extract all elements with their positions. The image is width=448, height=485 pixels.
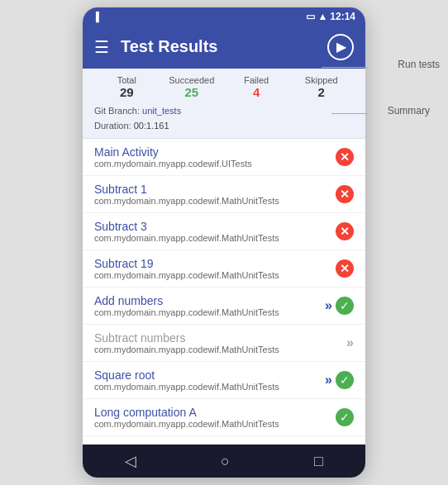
- test-name: Subtract 1: [94, 183, 336, 196]
- test-name: Main Activity: [94, 145, 336, 159]
- test-info: Long computation Acom.mydomain.myapp.cod…: [94, 406, 336, 429]
- status-bar: ▐ ▭ ▲ 12:14: [83, 7, 365, 26]
- test-info: Subtract 3com.mydomain.myapp.codewif.Mat…: [94, 220, 336, 243]
- stat-skipped: Skipped 2: [289, 75, 355, 99]
- test-package: com.mydomain.myapp.codewif.MathUnitTests: [94, 419, 336, 429]
- branch-value[interactable]: unit_tests: [142, 106, 181, 116]
- test-package: com.mydomain.myapp.codewif.MathUnitTests: [94, 233, 336, 243]
- fail-icon: ✕: [336, 259, 354, 278]
- outer-wrapper: ▐ ▭ ▲ 12:14 ☰ Test Results ▶ Total 29: [83, 7, 365, 478]
- time-display: 12:14: [330, 11, 355, 22]
- summary-bar: Total 29 Succeeded 25 Failed 4 Skipped 2…: [83, 69, 365, 139]
- fail-icon: ✕: [336, 222, 354, 240]
- test-info: Subtract numberscom.mydomain.myapp.codew…: [94, 331, 346, 354]
- home-button[interactable]: ○: [221, 453, 230, 470]
- run-tests-callout: Run tests: [398, 59, 440, 70]
- duration-value: 00:1.161: [134, 121, 169, 131]
- fail-icon: ✕: [336, 185, 354, 203]
- nav-bar: ◁ ○ □: [83, 445, 365, 478]
- test-item[interactable]: Square rootcom.mydomain.myapp.codewif.Ma…: [83, 362, 365, 399]
- status-bar-left: ▐: [93, 12, 99, 21]
- wifi-icon: ▲: [317, 11, 327, 22]
- test-name: Subtract 3: [94, 220, 336, 233]
- phone-frame: ▐ ▭ ▲ 12:14 ☰ Test Results ▶ Total 29: [83, 7, 365, 478]
- pass-icon: ✓: [336, 297, 354, 315]
- test-icons: ✕: [336, 148, 354, 166]
- back-button[interactable]: ◁: [125, 452, 136, 470]
- git-info: Git Branch: unit_tests Duration: 00:1.16…: [94, 104, 354, 133]
- summary-callout: Summary: [388, 105, 430, 116]
- fail-icon: ✕: [336, 148, 354, 166]
- test-package: com.mydomain.myapp.codewif.MathUnitTests: [94, 270, 336, 280]
- test-icons: »✓: [325, 371, 354, 389]
- test-item[interactable]: Subtract 19com.mydomain.myapp.codewif.Ma…: [83, 250, 365, 288]
- test-icons: ✕: [336, 222, 354, 240]
- test-package: com.mydomain.myapp.codewif.MathUnitTests: [94, 307, 325, 317]
- test-item[interactable]: Subtract numberscom.mydomain.myapp.codew…: [83, 325, 365, 362]
- forward-icon: »: [325, 373, 332, 388]
- test-icons: ✓: [336, 408, 354, 426]
- test-package: com.mydomain.myapp.codewif.MathUnitTests: [94, 382, 325, 392]
- test-icons: »: [346, 335, 354, 350]
- recent-button[interactable]: □: [314, 453, 323, 470]
- test-item[interactable]: Main Activitycom.mydomain.myapp.codewif.…: [83, 139, 365, 176]
- app-header: ☰ Test Results ▶: [83, 26, 365, 69]
- stat-succeeded: Succeeded 25: [160, 75, 225, 99]
- test-icons: ✕: [336, 259, 354, 278]
- test-item[interactable]: Subtract 1com.mydomain.myapp.codewif.Mat…: [83, 176, 365, 213]
- stat-total: Total 29: [94, 75, 160, 99]
- test-icons: ✕: [336, 185, 354, 203]
- test-info: Subtract 1com.mydomain.myapp.codewif.Mat…: [94, 183, 336, 206]
- stat-failed: Failed 4: [224, 75, 289, 99]
- play-icon: ▶: [336, 39, 346, 55]
- test-name: Long computation B: [94, 443, 336, 445]
- pass-icon: ✓: [336, 371, 354, 389]
- forward-icon: »: [325, 298, 332, 313]
- forward-gray-icon: »: [346, 335, 354, 350]
- test-name: Square root: [94, 369, 325, 382]
- duration-label: Duration:: [94, 121, 131, 131]
- test-info: Main Activitycom.mydomain.myapp.codewif.…: [94, 145, 336, 169]
- test-info: Long computation Bcom.mydomain.myapp.cod…: [94, 443, 336, 445]
- test-item[interactable]: Long computation Bcom.mydomain.myapp.cod…: [83, 436, 365, 445]
- test-item[interactable]: Long computation Acom.mydomain.myapp.cod…: [83, 399, 365, 436]
- hamburger-menu-icon[interactable]: ☰: [94, 37, 109, 57]
- test-list: Main Activitycom.mydomain.myapp.codewif.…: [83, 139, 365, 445]
- page-title: Test Results: [121, 37, 316, 56]
- test-info: Subtract 19com.mydomain.myapp.codewif.Ma…: [94, 257, 336, 280]
- test-name: Subtract numbers: [94, 331, 346, 345]
- test-package: com.mydomain.myapp.codewif.UITests: [94, 159, 336, 169]
- test-package: com.mydomain.myapp.codewif.MathUnitTests: [94, 345, 346, 354]
- test-name: Subtract 19: [94, 257, 336, 270]
- test-item[interactable]: Subtract 3com.mydomain.myapp.codewif.Mat…: [83, 213, 365, 250]
- test-package: com.mydomain.myapp.codewif.MathUnitTests: [94, 196, 336, 206]
- run-tests-button[interactable]: ▶: [327, 34, 354, 60]
- test-icons: »✓: [325, 297, 354, 315]
- summary-stats: Total 29 Succeeded 25 Failed 4 Skipped 2: [94, 75, 354, 99]
- status-bar-right: ▭ ▲ 12:14: [306, 11, 355, 22]
- test-info: Square rootcom.mydomain.myapp.codewif.Ma…: [94, 369, 325, 392]
- branch-label: Git Branch:: [94, 106, 140, 116]
- test-info: Add numberscom.mydomain.myapp.codewif.Ma…: [94, 294, 325, 317]
- test-name: Long computation A: [94, 406, 336, 419]
- pass-icon: ✓: [336, 408, 354, 426]
- signal-icon: ▐: [93, 12, 99, 21]
- battery-icon: ▭: [306, 11, 315, 22]
- test-item[interactable]: Add numberscom.mydomain.myapp.codewif.Ma…: [83, 288, 365, 325]
- test-name: Add numbers: [94, 294, 325, 307]
